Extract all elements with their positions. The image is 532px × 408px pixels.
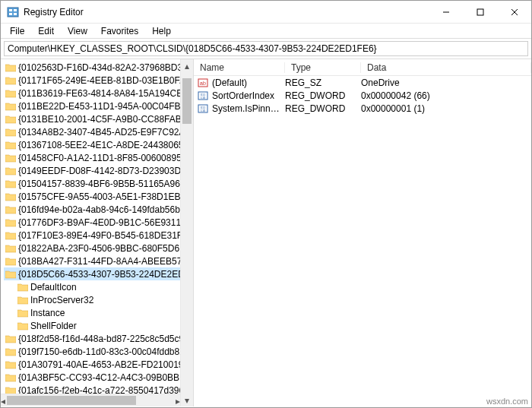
folder-icon	[5, 115, 16, 124]
svg-rect-2	[9, 13, 12, 15]
tree-item-label: DefaultIcon	[30, 282, 77, 293]
tree-item[interactable]: ShellFolder	[16, 319, 193, 332]
list-row[interactable]: ab(Default)REG_SZOneDrive	[194, 76, 531, 89]
menubar: File Edit View Favorites Help	[1, 24, 531, 39]
tree-item-label: {011B3619-FE63-4814-8A84-15A194CE9CE3}	[18, 88, 193, 99]
tree-item[interactable]: {0134A8B2-3407-4B45-AD25-E9F7C92A80BC}	[4, 125, 193, 138]
folder-icon	[5, 231, 16, 240]
string-value-icon: ab	[197, 77, 209, 88]
tree-item-label: {01171F65-249E-4EEB-81BD-03E1B0FA1873}	[18, 75, 193, 86]
folder-icon	[5, 257, 16, 266]
list-pane: Name Type Data ab(Default)REG_SZOneDrive…	[194, 59, 531, 406]
tree-item[interactable]: {018BA427-F311-44FD-8AA4-ABEEB57739D9}	[4, 255, 193, 267]
tree-item-label: {01504157-8839-4BF6-9B5B-51165A967B2B}	[18, 179, 193, 189]
folder-icon	[5, 360, 16, 369]
tree-item[interactable]: {01171F65-249E-4EEB-81BD-03E1B0FA1873}	[4, 74, 193, 87]
minimize-button[interactable]	[429, 1, 463, 23]
cell-type: REG_DWORD	[285, 103, 361, 114]
tree-item-label: {01822ABA-23F0-4506-9BBC-680F5D6D606C}	[18, 243, 193, 254]
window-title: Registry Editor	[24, 7, 84, 17]
column-header-data[interactable]: Data	[361, 62, 531, 73]
tree-item[interactable]: {017F10E3-89E4-49F0-B545-618DE31FD27C}	[4, 229, 193, 242]
svg-text:110: 110	[201, 96, 206, 100]
scroll-up-button[interactable]: ▴	[181, 59, 193, 72]
tree-item-label: {0134A8B2-3407-4B45-AD25-E9F7C92A80BC}	[18, 127, 193, 138]
tree-item[interactable]: {0149EEDF-D08F-4142-8D73-D23903D21E90}	[4, 164, 193, 177]
address-input[interactable]	[4, 41, 528, 56]
tree-item-label: ShellFolder	[30, 321, 77, 331]
folder-icon	[17, 321, 28, 331]
tree-item[interactable]: {01A3BF5C-CC93-4C12-A4C3-09B0BBE7F63F}	[4, 371, 193, 384]
hscroll-track[interactable]	[5, 394, 176, 406]
folder-icon	[5, 218, 16, 227]
hscroll-thumb[interactable]	[7, 396, 136, 405]
menu-file[interactable]: File	[4, 24, 30, 38]
scroll-track[interactable]	[181, 72, 193, 394]
cell-type: REG_SZ	[285, 77, 361, 88]
folder-icon	[17, 283, 28, 292]
scroll-down-button[interactable]: ▾	[181, 394, 193, 406]
tree-item[interactable]: {01504157-8839-4BF6-9B5B-51165A967B2B}	[4, 177, 193, 190]
folder-icon	[5, 347, 16, 356]
tree-item[interactable]: Instance	[16, 306, 193, 319]
tree-item[interactable]: {019f7150-e6db-11d0-83c3-00c04fddb82e}	[4, 345, 193, 358]
list-row[interactable]: 011110System.IsPinned...REG_DWORD0x00000…	[194, 102, 531, 115]
tree-item-label: {016fd94e-b02a-4ab8-94c6-149fdab56b8d}	[18, 204, 193, 215]
folder-icon	[5, 63, 16, 72]
tree-item[interactable]: {011BE22D-E453-11D1-945A-00C04FB984F9}	[4, 100, 193, 112]
menu-help[interactable]: Help	[146, 24, 177, 38]
tree-item-label: {0131BE10-2001-4C5F-A9B0-CC88FAB64CE8}	[18, 114, 193, 125]
dword-value-icon: 011110	[197, 103, 209, 114]
column-header-name[interactable]: Name	[194, 62, 285, 73]
cell-name: (Default)	[212, 77, 285, 88]
scroll-thumb[interactable]	[182, 78, 192, 124]
tree-item[interactable]: {018f2d58-f16d-448a-bd87-225c8c5d5c94}	[4, 332, 193, 345]
cell-type: REG_DWORD	[285, 90, 361, 101]
tree-item[interactable]: {011B3619-FE63-4814-8A84-15A194CE9CE3}	[4, 87, 193, 100]
svg-text:ab: ab	[200, 81, 206, 86]
tree-item-label: {01458CF0-A1A2-11D1-8F85-00600895E7D5}	[18, 153, 193, 163]
tree-item-label: Instance	[30, 308, 65, 318]
tree-item[interactable]: {016fd94e-b02a-4ab8-94c6-149fdab56b8d}	[4, 203, 193, 216]
menu-view[interactable]: View	[62, 24, 93, 38]
tree-item[interactable]: {01776DF3-B9AF-4E0D-9B1C-56E93116D704}	[4, 216, 193, 229]
tree-item[interactable]: {01575CFE-9A55-4003-A5E1-F38D1EBDCBE1}	[4, 190, 193, 203]
folder-icon	[5, 166, 16, 176]
tree-item-label: {017F10E3-89E4-49F0-B545-618DE31FD27C}	[18, 230, 193, 241]
tree-item-label: {0102563D-F16D-434d-82A2-37968BD3E31E}	[18, 62, 193, 73]
folder-icon	[5, 153, 16, 163]
menu-favorites[interactable]: Favorites	[95, 24, 144, 38]
tree-horizontal-scrollbar[interactable]: ◂ ▸	[1, 394, 180, 406]
tree-item[interactable]: {01A30791-40AE-4653-AB2E-FD210019AE88}	[4, 358, 193, 371]
tree-item[interactable]: {018D5C66-4533-4307-9B53-224DE2ED1FE6}	[4, 267, 193, 280]
svg-rect-0	[8, 8, 18, 17]
tree-item[interactable]: {0102563D-F16D-434d-82A2-37968BD3E31E}	[4, 61, 193, 74]
watermark: wsxdn.com	[486, 397, 528, 406]
tree-item-label: {018BA427-F311-44FD-8AA4-ABEEB57739D9}	[18, 256, 193, 267]
registry-editor-icon	[7, 6, 19, 18]
svg-rect-3	[14, 9, 17, 11]
svg-rect-4	[14, 13, 17, 15]
scroll-right-button[interactable]: ▸	[176, 394, 180, 406]
dword-value-icon: 011110	[197, 90, 209, 101]
column-header-type[interactable]: Type	[285, 62, 361, 73]
tree-item[interactable]: {01367108-5EE2-4E1C-A8DE-24438065ABC9}	[4, 138, 193, 151]
svg-text:110: 110	[201, 109, 206, 112]
menu-edit[interactable]: Edit	[32, 24, 60, 38]
tree-item[interactable]: {01458CF0-A1A2-11D1-8F85-00600895E7D5}	[4, 151, 193, 164]
tree-item[interactable]: {0131BE10-2001-4C5F-A9B0-CC88FAB64CE8}	[4, 112, 193, 125]
folder-icon	[5, 76, 16, 85]
folder-icon	[17, 308, 28, 318]
tree-item[interactable]: DefaultIcon	[16, 280, 193, 293]
tree-item[interactable]: InProcServer32	[16, 293, 193, 306]
tree-vertical-scrollbar[interactable]: ▴ ▾	[180, 59, 193, 406]
maximize-button[interactable]	[463, 1, 497, 23]
tree-item-label: {01A30791-40AE-4653-AB2E-FD210019AE88}	[18, 359, 193, 370]
list-row[interactable]: 011110SortOrderIndexREG_DWORD0x00000042 …	[194, 89, 531, 102]
folder-icon	[5, 373, 16, 382]
close-button[interactable]	[497, 1, 531, 23]
tree-item[interactable]: {01822ABA-23F0-4506-9BBC-680F5D6D606C}	[4, 242, 193, 255]
tree-item-label: {019f7150-e6db-11d0-83c3-00c04fddb82e}	[18, 346, 193, 357]
folder-icon	[5, 205, 16, 214]
tree-item-label: {01776DF3-B9AF-4E0D-9B1C-56E93116D704}	[18, 217, 193, 228]
